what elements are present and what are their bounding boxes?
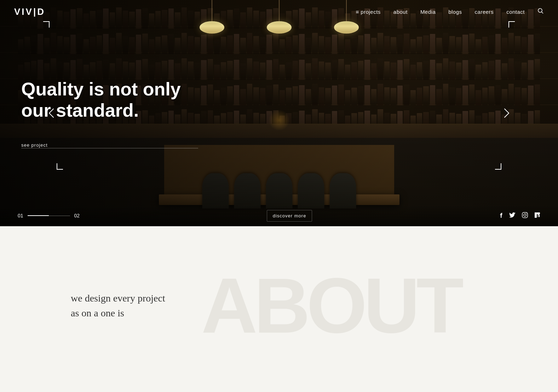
- nav-item-blogs[interactable]: blogs: [448, 9, 462, 15]
- svg-point-3: [524, 214, 526, 216]
- next-slide-button[interactable]: [498, 104, 516, 122]
- nav-links: ≡ projects about Media blogs careers con…: [356, 8, 544, 16]
- twitter-icon[interactable]: [509, 212, 516, 219]
- slide-total: 02: [74, 213, 80, 218]
- hero-bottom-bar: 01 02 discover more: [0, 205, 558, 226]
- slide-counter: 01 02: [18, 213, 80, 218]
- svg-line-1: [542, 12, 543, 14]
- search-button[interactable]: [537, 8, 544, 16]
- linkedin-icon[interactable]: [534, 212, 540, 220]
- instagram-icon[interactable]: [522, 212, 528, 220]
- svg-point-4: [526, 213, 527, 214]
- about-content: we design every project as on a one is: [0, 291, 170, 321]
- prev-slide-button[interactable]: [42, 104, 60, 122]
- facebook-icon[interactable]: [499, 212, 503, 220]
- about-bg-text: ABOUT: [201, 267, 460, 345]
- see-project-link[interactable]: see project: [21, 142, 198, 147]
- svg-point-8: [535, 212, 536, 214]
- nav-item-about[interactable]: about: [393, 9, 408, 15]
- navigation: VIV|D ≡ projects about Media blogs caree…: [0, 0, 558, 24]
- bracket-bottom-left: [57, 156, 71, 170]
- nav-item-contact[interactable]: contact: [506, 9, 525, 15]
- nav-item-projects[interactable]: ≡ projects: [356, 9, 380, 15]
- about-section: ABOUT we design every project as on a on…: [0, 226, 558, 385]
- slide-progress: [28, 215, 70, 216]
- nav-item-media[interactable]: Media: [420, 9, 436, 15]
- svg-rect-2: [522, 212, 528, 218]
- about-description: we design every project as on a one is: [71, 291, 170, 321]
- discover-more-button[interactable]: discover more: [267, 210, 312, 222]
- slide-current: 01: [18, 213, 23, 218]
- social-links: [499, 212, 540, 220]
- brand-logo[interactable]: VIV|D: [14, 6, 45, 17]
- svg-rect-7: [535, 214, 536, 218]
- svg-point-0: [538, 8, 542, 12]
- bracket-bottom-right: [487, 156, 501, 170]
- nav-item-careers[interactable]: careers: [475, 9, 494, 15]
- hero-section: // Generate 400 bottle elements inline d…: [0, 0, 558, 226]
- search-icon[interactable]: [537, 8, 544, 16]
